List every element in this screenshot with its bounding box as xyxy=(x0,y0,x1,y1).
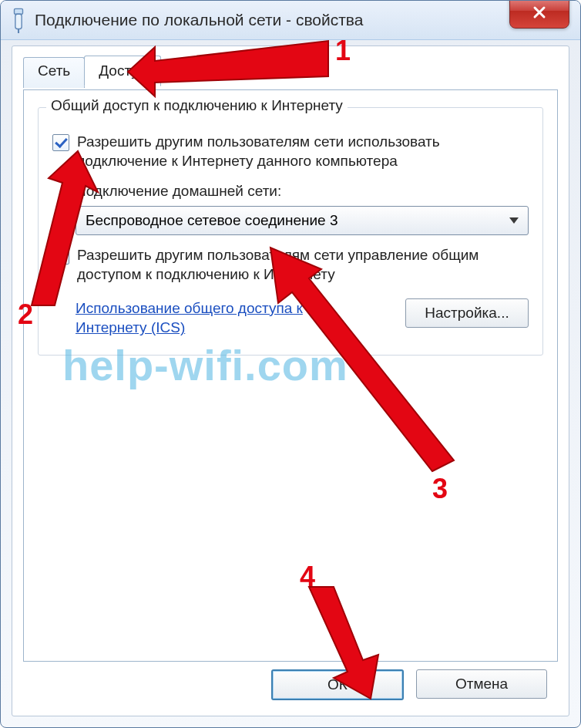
dialog-body: Сеть Доступ Общий доступ к подключению к… xyxy=(12,46,569,716)
close-button[interactable] xyxy=(509,0,569,29)
allow-other-users-row[interactable]: Разрешить другим пользователям сети испо… xyxy=(52,133,529,170)
ics-group: Общий доступ к подключению к Интернету Р… xyxy=(38,107,543,356)
window-title: Подключение по локальной сети - свойства xyxy=(35,11,363,29)
dialog-footer: ОК Отмена xyxy=(271,669,547,700)
tab-strip: Сеть Доступ xyxy=(23,57,160,88)
cancel-button[interactable]: Отмена xyxy=(416,669,547,699)
ok-button[interactable]: ОК xyxy=(271,669,404,700)
ics-help-link[interactable]: Использование общего доступа к Интернету… xyxy=(76,298,368,338)
home-connection-value: Беспроводное сетевое соединение 3 xyxy=(86,212,338,229)
tab-sharing[interactable]: Доступ xyxy=(84,56,161,86)
svg-rect-1 xyxy=(15,14,22,29)
tab-panel-sharing: Общий доступ к подключению к Интернету Р… xyxy=(23,89,558,662)
allow-other-users-checkbox[interactable] xyxy=(52,134,69,151)
svg-rect-0 xyxy=(15,8,23,14)
tab-network[interactable]: Сеть xyxy=(23,57,85,88)
titlebar: Подключение по локальной сети - свойства xyxy=(1,1,580,40)
chevron-down-icon xyxy=(509,217,519,224)
home-connection-label: Подключение домашней сети: xyxy=(76,183,529,200)
allow-control-checkbox[interactable] xyxy=(52,248,69,265)
connection-icon xyxy=(10,8,27,32)
home-connection-combobox[interactable]: Беспроводное сетевое соединение 3 xyxy=(76,206,529,235)
settings-button[interactable]: Настройка... xyxy=(405,298,529,328)
properties-dialog: Подключение по локальной сети - свойства… xyxy=(0,0,581,728)
allow-control-label: Разрешить другим пользователям сети упра… xyxy=(77,246,529,284)
group-title: Общий доступ к подключению к Интернету xyxy=(46,97,348,114)
allow-other-users-label: Разрешить другим пользователям сети испо… xyxy=(77,133,529,170)
allow-control-row[interactable]: Разрешить другим пользователям сети упра… xyxy=(52,246,529,284)
